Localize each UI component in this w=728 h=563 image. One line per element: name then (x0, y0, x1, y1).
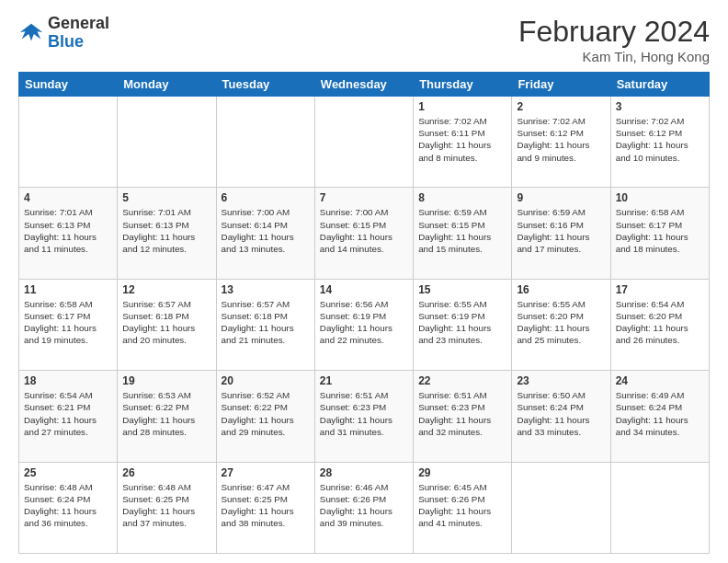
day-info: Sunrise: 6:51 AM Sunset: 6:23 PM Dayligh… (320, 389, 408, 438)
calendar-cell: 9Sunrise: 6:59 AM Sunset: 6:16 PM Daylig… (512, 188, 610, 279)
day-number: 28 (320, 466, 408, 479)
svg-marker-0 (20, 24, 42, 41)
day-number: 2 (517, 100, 605, 113)
day-number: 24 (616, 374, 704, 387)
day-number: 6 (222, 191, 310, 204)
logo-blue: Blue (48, 32, 84, 51)
day-info: Sunrise: 7:01 AM Sunset: 6:13 PM Dayligh… (122, 206, 210, 255)
day-number: 17 (616, 283, 704, 296)
day-number: 15 (418, 283, 506, 296)
calendar-cell: 13Sunrise: 6:57 AM Sunset: 6:18 PM Dayli… (216, 279, 314, 370)
logo-text: General Blue (48, 15, 109, 52)
calendar-cell: 22Sunrise: 6:51 AM Sunset: 6:23 PM Dayli… (414, 371, 512, 462)
day-info: Sunrise: 6:59 AM Sunset: 6:15 PM Dayligh… (418, 206, 506, 255)
calendar-cell: 2Sunrise: 7:02 AM Sunset: 6:12 PM Daylig… (512, 97, 610, 188)
calendar-cell: 20Sunrise: 6:52 AM Sunset: 6:22 PM Dayli… (216, 371, 314, 462)
day-info: Sunrise: 6:45 AM Sunset: 6:26 PM Dayligh… (418, 481, 506, 530)
calendar-week-2: 11Sunrise: 6:58 AM Sunset: 6:17 PM Dayli… (19, 279, 710, 370)
title-block: February 2024 Kam Tin, Hong Kong (518, 15, 710, 64)
month-year: February 2024 (518, 15, 710, 49)
day-number: 23 (517, 374, 605, 387)
day-info: Sunrise: 6:46 AM Sunset: 6:26 PM Dayligh… (320, 481, 408, 530)
day-info: Sunrise: 6:52 AM Sunset: 6:22 PM Dayligh… (222, 389, 310, 438)
page: General Blue February 2024 Kam Tin, Hong… (0, 0, 728, 563)
day-info: Sunrise: 7:02 AM Sunset: 6:11 PM Dayligh… (418, 115, 506, 164)
calendar-cell: 1Sunrise: 7:02 AM Sunset: 6:11 PM Daylig… (414, 97, 512, 188)
logo-general: General (48, 14, 109, 32)
day-info: Sunrise: 6:50 AM Sunset: 6:24 PM Dayligh… (517, 389, 605, 438)
calendar-cell: 23Sunrise: 6:50 AM Sunset: 6:24 PM Dayli… (512, 371, 610, 462)
calendar-week-3: 18Sunrise: 6:54 AM Sunset: 6:21 PM Dayli… (19, 371, 710, 462)
calendar-cell: 8Sunrise: 6:59 AM Sunset: 6:15 PM Daylig… (414, 188, 512, 279)
day-info: Sunrise: 6:58 AM Sunset: 6:17 PM Dayligh… (616, 206, 704, 255)
calendar-week-4: 25Sunrise: 6:48 AM Sunset: 6:24 PM Dayli… (19, 462, 710, 553)
calendar-cell: 27Sunrise: 6:47 AM Sunset: 6:25 PM Dayli… (216, 462, 314, 553)
day-number: 13 (222, 283, 310, 296)
day-info: Sunrise: 7:02 AM Sunset: 6:12 PM Dayligh… (616, 115, 704, 164)
calendar-cell: 26Sunrise: 6:48 AM Sunset: 6:25 PM Dayli… (118, 462, 216, 553)
day-info: Sunrise: 6:59 AM Sunset: 6:16 PM Dayligh… (517, 206, 605, 255)
day-number: 10 (616, 191, 704, 204)
day-number: 14 (320, 283, 408, 296)
day-info: Sunrise: 6:48 AM Sunset: 6:25 PM Dayligh… (122, 481, 210, 530)
day-number: 4 (24, 191, 112, 204)
calendar-cell: 25Sunrise: 6:48 AM Sunset: 6:24 PM Dayli… (19, 462, 118, 553)
day-header-saturday: Saturday (610, 73, 709, 97)
calendar-cell: 28Sunrise: 6:46 AM Sunset: 6:26 PM Dayli… (314, 462, 413, 553)
day-header-thursday: Thursday (414, 73, 512, 97)
calendar-cell: 29Sunrise: 6:45 AM Sunset: 6:26 PM Dayli… (414, 462, 512, 553)
calendar-week-1: 4Sunrise: 7:01 AM Sunset: 6:13 PM Daylig… (19, 188, 710, 279)
calendar-cell: 11Sunrise: 6:58 AM Sunset: 6:17 PM Dayli… (19, 279, 118, 370)
day-info: Sunrise: 6:55 AM Sunset: 6:19 PM Dayligh… (418, 298, 506, 347)
day-header-friday: Friday (512, 73, 610, 97)
day-number: 12 (122, 283, 210, 296)
calendar-cell: 6Sunrise: 7:00 AM Sunset: 6:14 PM Daylig… (216, 188, 314, 279)
day-number: 8 (418, 191, 506, 204)
day-number: 19 (122, 374, 210, 387)
day-number: 3 (616, 100, 704, 113)
calendar-cell: 3Sunrise: 7:02 AM Sunset: 6:12 PM Daylig… (610, 97, 709, 188)
calendar-cell: 24Sunrise: 6:49 AM Sunset: 6:24 PM Dayli… (610, 371, 709, 462)
day-number: 26 (122, 466, 210, 479)
day-info: Sunrise: 6:55 AM Sunset: 6:20 PM Dayligh… (517, 298, 605, 347)
day-number: 22 (418, 374, 506, 387)
day-header-sunday: Sunday (19, 73, 118, 97)
calendar-cell: 15Sunrise: 6:55 AM Sunset: 6:19 PM Dayli… (414, 279, 512, 370)
day-header-tuesday: Tuesday (216, 73, 314, 97)
bird-icon (18, 20, 44, 46)
calendar-cell: 4Sunrise: 7:01 AM Sunset: 6:13 PM Daylig… (19, 188, 118, 279)
day-info: Sunrise: 6:54 AM Sunset: 6:21 PM Dayligh… (24, 389, 112, 438)
day-number: 7 (320, 191, 408, 204)
header: General Blue February 2024 Kam Tin, Hong… (18, 15, 710, 64)
calendar-cell: 16Sunrise: 6:55 AM Sunset: 6:20 PM Dayli… (512, 279, 610, 370)
day-info: Sunrise: 6:53 AM Sunset: 6:22 PM Dayligh… (122, 389, 210, 438)
day-info: Sunrise: 7:02 AM Sunset: 6:12 PM Dayligh… (517, 115, 605, 164)
day-number: 20 (222, 374, 310, 387)
day-info: Sunrise: 6:56 AM Sunset: 6:19 PM Dayligh… (320, 298, 408, 347)
day-info: Sunrise: 6:57 AM Sunset: 6:18 PM Dayligh… (122, 298, 210, 347)
calendar-cell (610, 462, 709, 553)
calendar-cell: 21Sunrise: 6:51 AM Sunset: 6:23 PM Dayli… (314, 371, 413, 462)
day-number: 29 (418, 466, 506, 479)
calendar-cell: 10Sunrise: 6:58 AM Sunset: 6:17 PM Dayli… (610, 188, 709, 279)
day-info: Sunrise: 7:01 AM Sunset: 6:13 PM Dayligh… (24, 206, 112, 255)
day-info: Sunrise: 6:49 AM Sunset: 6:24 PM Dayligh… (616, 389, 704, 438)
day-header-wednesday: Wednesday (314, 73, 413, 97)
calendar-cell (118, 97, 216, 188)
calendar-table: SundayMondayTuesdayWednesdayThursdayFrid… (18, 72, 710, 554)
day-number: 18 (24, 374, 112, 387)
day-header-monday: Monday (118, 73, 216, 97)
day-number: 16 (517, 283, 605, 296)
calendar-cell (19, 97, 118, 188)
day-info: Sunrise: 6:47 AM Sunset: 6:25 PM Dayligh… (222, 481, 310, 530)
calendar-week-0: 1Sunrise: 7:02 AM Sunset: 6:11 PM Daylig… (19, 97, 710, 188)
location: Kam Tin, Hong Kong (518, 49, 710, 64)
calendar-header-row: SundayMondayTuesdayWednesdayThursdayFrid… (19, 73, 710, 97)
day-number: 25 (24, 466, 112, 479)
calendar-cell: 19Sunrise: 6:53 AM Sunset: 6:22 PM Dayli… (118, 371, 216, 462)
day-number: 9 (517, 191, 605, 204)
calendar-cell (512, 462, 610, 553)
calendar-cell (314, 97, 413, 188)
day-number: 1 (418, 100, 506, 113)
calendar-cell: 18Sunrise: 6:54 AM Sunset: 6:21 PM Dayli… (19, 371, 118, 462)
